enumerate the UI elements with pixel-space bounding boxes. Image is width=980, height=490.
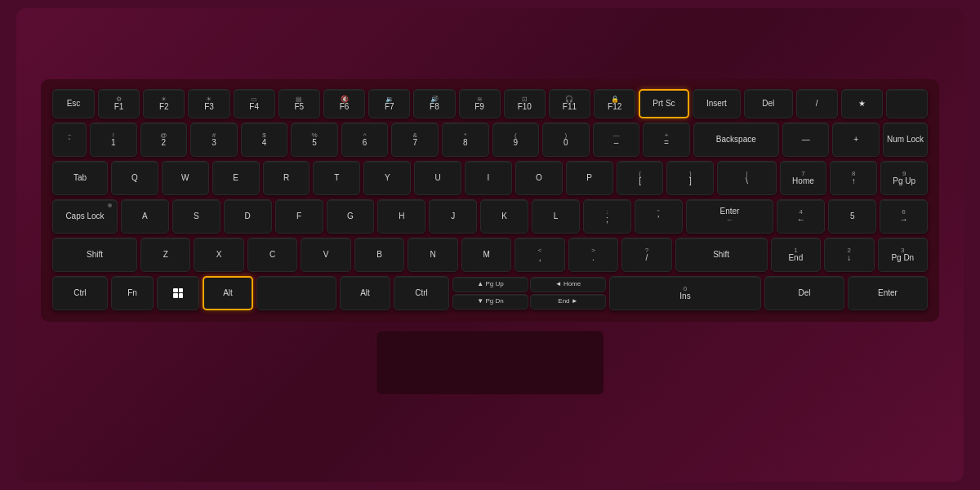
key-shift-left[interactable]: Shift	[52, 238, 137, 272]
key-num1[interactable]: 1 End	[771, 238, 821, 272]
key-quote[interactable]: " '	[635, 199, 683, 234]
key-y[interactable]: Y	[363, 161, 411, 195]
key-numpad-star[interactable]: ★	[841, 89, 883, 118]
key-num6[interactable]: 6 →	[880, 199, 928, 234]
key-numpad-slash[interactable]: /	[796, 89, 838, 118]
key-l[interactable]: L	[532, 199, 580, 234]
key-p[interactable]: P	[566, 161, 613, 195]
key-insert[interactable]: Insert	[693, 89, 741, 118]
key-f4[interactable]: ▭ F4	[234, 89, 275, 118]
key-i[interactable]: I	[465, 161, 512, 195]
key-alt-left[interactable]: Alt	[203, 276, 253, 310]
key-backslash[interactable]: | \	[717, 161, 776, 195]
keyboard: Esc ⚙ F1 ☀ F2 ☀ F3 ▭ F4 ▤ F5	[41, 79, 939, 322]
key-shift-right[interactable]: Shift	[675, 238, 768, 272]
key-h[interactable]: H	[377, 199, 425, 234]
key-enter[interactable]: Enter ←	[686, 199, 774, 234]
key-f[interactable]: F	[275, 199, 323, 234]
key-7[interactable]: & 7	[391, 122, 439, 157]
key-f12[interactable]: 🔒 F12	[594, 89, 635, 118]
key-c[interactable]: C	[247, 238, 297, 272]
key-t[interactable]: T	[313, 161, 360, 195]
key-end[interactable]: End ►	[530, 294, 606, 310]
key-3[interactable]: # 3	[190, 122, 238, 157]
key-semicolon[interactable]: : ;	[583, 199, 631, 234]
key-r[interactable]: R	[263, 161, 310, 195]
key-u[interactable]: U	[414, 161, 461, 195]
key-pgup[interactable]: ▲ Pg Up	[452, 277, 528, 292]
key-g[interactable]: G	[327, 199, 375, 234]
key-rbrace[interactable]: } ]	[666, 161, 714, 195]
key-f9[interactable]: ≋ F9	[459, 89, 501, 118]
key-num8[interactable]: 8 ↑	[830, 161, 877, 195]
key-f5[interactable]: ▤ F5	[278, 89, 320, 118]
key-del-fnrow[interactable]: Del	[744, 89, 792, 118]
key-home[interactable]: ◄ Home	[530, 277, 606, 292]
key-num3[interactable]: 3 Pg Dn	[878, 238, 928, 272]
key-period[interactable]: > .	[568, 238, 618, 272]
key-f1[interactable]: ⚙ F1	[98, 89, 140, 118]
key-8[interactable]: * 8	[442, 122, 489, 157]
key-v[interactable]: V	[301, 238, 350, 272]
touchpad[interactable]	[376, 330, 604, 395]
key-numpad-plus[interactable]: +	[832, 122, 880, 157]
key-d[interactable]: D	[224, 199, 272, 234]
key-minus[interactable]: — –	[593, 122, 640, 157]
key-esc[interactable]: Esc	[52, 89, 95, 118]
key-num7[interactable]: 7 Home	[780, 161, 827, 195]
key-numenter[interactable]: Enter	[848, 276, 928, 310]
key-2[interactable]: @ 2	[140, 122, 188, 157]
key-windows[interactable]	[157, 276, 199, 310]
key-f7[interactable]: 🔉 F7	[368, 89, 410, 118]
key-prtsc[interactable]: Prt Sc	[639, 89, 688, 118]
key-5[interactable]: % 5	[291, 122, 338, 157]
key-z[interactable]: Z	[140, 238, 190, 272]
key-n[interactable]: N	[408, 238, 457, 272]
key-e[interactable]: E	[212, 161, 260, 195]
key-w[interactable]: W	[162, 161, 209, 195]
key-numlock[interactable]: Num Lock	[883, 122, 928, 157]
key-k[interactable]: K	[480, 199, 528, 234]
key-tab[interactable]: Tab	[52, 161, 108, 195]
key-o[interactable]: O	[515, 161, 563, 195]
key-ctrl-left[interactable]: Ctrl	[52, 276, 108, 310]
key-fn[interactable]: Fn	[111, 276, 154, 310]
key-j[interactable]: J	[429, 199, 477, 234]
key-f3[interactable]: ☀ F3	[188, 89, 229, 118]
key-1[interactable]: ! 1	[90, 122, 137, 157]
key-numpad-minus[interactable]: —	[782, 122, 830, 157]
key-equals[interactable]: + =	[643, 122, 690, 157]
key-s[interactable]: S	[172, 199, 220, 234]
key-comma[interactable]: < ,	[514, 238, 564, 272]
key-f10[interactable]: ⊡ F10	[504, 89, 546, 118]
key-lbrace[interactable]: { [	[617, 161, 664, 195]
key-a[interactable]: A	[121, 199, 169, 234]
key-9[interactable]: ( 9	[492, 122, 540, 157]
key-backspace[interactable]: Backspace	[693, 122, 779, 157]
key-6[interactable]: ^ 6	[341, 122, 389, 157]
key-pgdn[interactable]: ▼ Pg Dn	[452, 294, 528, 310]
key-alt-right[interactable]: Alt	[340, 276, 390, 310]
key-ctrl-right[interactable]: Ctrl	[394, 276, 449, 310]
key-num9[interactable]: 9 Pg Up	[880, 161, 928, 195]
zxcv-key-row: Shift Z X C V B N M < , > . ? / Shift	[52, 238, 928, 272]
key-f6[interactable]: 🔇 F6	[323, 89, 365, 118]
key-space[interactable]	[256, 276, 336, 310]
key-f2[interactable]: ☀ F2	[143, 89, 185, 118]
key-b[interactable]: B	[354, 238, 404, 272]
key-num0[interactable]: 0 Ins	[609, 276, 761, 310]
key-x[interactable]: X	[194, 238, 243, 272]
key-fwdslash[interactable]: ? /	[621, 238, 671, 272]
key-capslock[interactable]: Caps Lock	[52, 199, 118, 234]
key-num5[interactable]: 5	[828, 199, 876, 234]
key-num4[interactable]: 4 ←	[777, 199, 825, 234]
key-0[interactable]: ) 0	[542, 122, 590, 157]
key-numdel[interactable]: Del	[764, 276, 844, 310]
key-f11[interactable]: 🎧 F11	[549, 89, 590, 118]
key-4[interactable]: $ 4	[241, 122, 288, 157]
key-q[interactable]: Q	[111, 161, 158, 195]
key-num2[interactable]: 2 ↓	[824, 238, 874, 272]
key-m[interactable]: M	[461, 238, 511, 272]
key-f8[interactable]: 🔊 F8	[413, 89, 455, 118]
key-tilde[interactable]: ~ `	[52, 122, 87, 157]
